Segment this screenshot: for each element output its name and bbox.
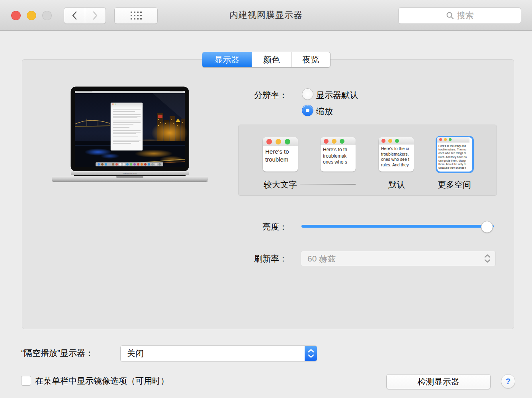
brightness-slider-track[interactable] <box>301 225 494 228</box>
mini-window-titlebar <box>379 137 414 144</box>
mini-close-icon <box>381 139 385 143</box>
chevron-left-icon <box>72 11 77 20</box>
mini-text-line: troublem <box>265 156 298 164</box>
resolution-radio-scaled[interactable] <box>302 105 313 116</box>
mini-window-titlebar <box>437 137 469 142</box>
scale-option-default[interactable]: Here's to the cr troublemakers. ones who… <box>379 137 414 172</box>
mini-close-icon <box>439 138 442 141</box>
system-preferences-window: 内建视网膜显示器 搜 <box>0 0 532 398</box>
title-bar: 内建视网膜显示器 搜 <box>0 0 532 31</box>
mini-minimize-icon <box>276 139 281 144</box>
tab-bar: 显示器 颜色 夜览 <box>202 52 331 68</box>
refresh-rate-value: 60 赫兹 <box>301 253 484 264</box>
airplay-display-dropdown[interactable]: 关闭 <box>120 345 317 361</box>
macbook-textedit-window <box>111 103 143 150</box>
nav-back-forward <box>64 7 106 24</box>
macbook-dock <box>96 162 163 166</box>
mini-zoom-icon <box>449 138 452 141</box>
show-mirroring-label[interactable]: 在菜单栏中显示镜像选项（可用时） <box>35 375 169 386</box>
back-button[interactable] <box>64 8 85 23</box>
scale-label-default: 默认 <box>388 179 405 190</box>
mini-text-line: Here's to <box>265 148 298 156</box>
mini-text-line: ones who see things di <box>438 151 469 155</box>
mini-close-icon <box>266 139 272 144</box>
show-mirroring-checkbox[interactable] <box>21 376 31 386</box>
mini-text-line: them. About the only th <box>438 162 469 166</box>
detect-displays-button[interactable]: 检测显示器 <box>386 374 491 389</box>
macbook-base <box>52 176 208 182</box>
mini-minimize-icon <box>388 139 392 143</box>
mini-text-line: troublemak <box>323 153 356 160</box>
mini-window-titlebar <box>263 137 298 146</box>
mini-close-icon <box>324 139 329 144</box>
search-icon <box>446 12 454 20</box>
mini-text-line: rules. And they <box>381 162 414 168</box>
mini-text-line: troublemakers. The rou <box>438 148 469 151</box>
scale-label-more-space: 更多空间 <box>438 179 471 190</box>
chevron-right-icon <box>92 11 98 20</box>
mini-window-titlebar <box>321 137 356 145</box>
mini-minimize-icon <box>444 138 447 141</box>
resolution-radio-default[interactable] <box>302 88 313 100</box>
mini-text-line: Because they change t <box>438 166 469 169</box>
tab-display[interactable]: 显示器 <box>202 52 252 67</box>
tab-color[interactable]: 颜色 <box>252 52 291 67</box>
resolution-radio-default-label[interactable]: 显示器默认 <box>316 90 358 101</box>
refresh-rate-label: 刷新率： <box>208 253 288 264</box>
scale-label-larger-text: 较大文字 <box>264 179 297 190</box>
mini-text-line: ones who see t <box>381 157 414 162</box>
close-button[interactable] <box>11 11 21 20</box>
mini-text-line: Here's to th <box>323 147 356 153</box>
mini-text-line: rules. And they have no <box>438 155 469 159</box>
brightness-label: 亮度： <box>208 221 288 232</box>
mini-zoom-icon <box>395 139 399 143</box>
mini-zoom-icon <box>285 139 290 144</box>
resolution-label: 分辨率： <box>208 90 288 101</box>
grid-icon <box>131 12 142 20</box>
search-placeholder: 搜索 <box>457 10 474 21</box>
brightness-slider-knob[interactable] <box>481 221 493 233</box>
resolution-radio-scaled-label[interactable]: 缩放 <box>316 106 333 117</box>
search-input[interactable]: 搜索 <box>398 7 521 24</box>
mini-text-line: Here's to the cr <box>381 146 414 152</box>
macbook-caption: MacBook Pro <box>123 172 137 175</box>
airplay-display-value: 关闭 <box>121 348 305 359</box>
mini-text-line: troublemakers. <box>381 152 414 157</box>
macbook-wallpaper <box>75 91 188 167</box>
mini-minimize-icon <box>332 139 336 144</box>
mini-text-line: can quote them, disagr <box>438 159 469 162</box>
up-down-chevrons-icon <box>484 254 491 263</box>
help-button[interactable]: ? <box>501 374 515 388</box>
show-all-button[interactable] <box>114 7 158 24</box>
zoom-button-disabled <box>42 11 52 20</box>
mini-zoom-icon <box>340 139 344 144</box>
mini-text-line: Here's to the crazy one <box>438 144 469 148</box>
forward-button-disabled <box>85 8 106 23</box>
macbook-display-illustration: MacBook Pro <box>50 85 209 184</box>
scale-option-more-space-selected[interactable]: Here's to the crazy one troublemakers. T… <box>436 136 474 173</box>
tab-night-shift[interactable]: 夜览 <box>291 52 330 67</box>
airplay-display-label: “隔空播放”显示器： <box>21 347 94 359</box>
minimize-button[interactable] <box>27 11 36 20</box>
scale-connector-line <box>300 184 356 185</box>
scale-option-medium[interactable]: Here's to th troublemak ones who s <box>321 137 356 172</box>
scale-option-larger-text[interactable]: Here's to troublem <box>263 137 298 172</box>
up-down-chevrons-icon <box>305 346 317 361</box>
refresh-rate-dropdown: 60 赫兹 <box>301 251 496 266</box>
mini-text-line: ones who s <box>323 159 356 166</box>
